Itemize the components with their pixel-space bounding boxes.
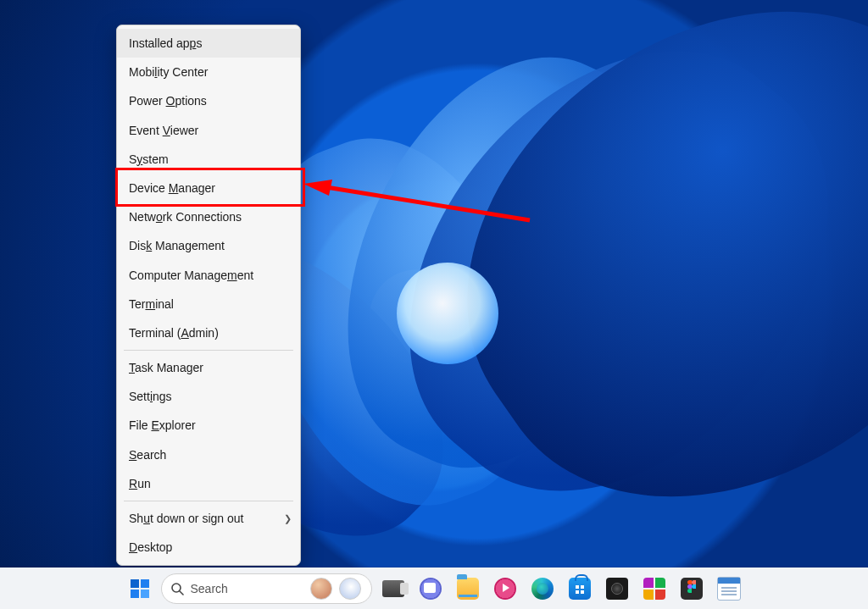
store-icon — [569, 578, 591, 600]
menu-item-task-manager[interactable]: Task Manager — [117, 353, 300, 382]
menu-separator — [124, 501, 293, 501]
edge-button[interactable] — [526, 573, 559, 605]
menu-item-network-connections[interactable]: Network Connections — [117, 202, 300, 231]
springboard-button[interactable] — [489, 573, 521, 605]
menu-item-disk-management[interactable]: Disk Management — [117, 231, 300, 260]
springboard-icon — [494, 578, 516, 600]
menu-separator — [124, 350, 293, 351]
menu-item-run[interactable]: Run — [117, 469, 300, 498]
menu-item-mobility-center[interactable]: Mobility Center — [117, 58, 300, 86]
menu-item-computer-management[interactable]: Computer Management — [117, 261, 300, 290]
teams-icon — [420, 578, 442, 600]
taskbar: Search — [0, 567, 868, 609]
start-button[interactable] — [124, 573, 156, 605]
chevron-right-icon: ❯ — [284, 504, 292, 533]
notepad-icon — [717, 577, 741, 601]
search-placeholder: Search — [191, 582, 228, 595]
svg-rect-5 — [141, 590, 149, 598]
teams-chat-button[interactable] — [415, 573, 447, 605]
menu-item-terminal-admin[interactable]: Terminal (Admin) — [117, 318, 300, 347]
camera-button[interactable] — [601, 573, 633, 605]
menu-item-installed-apps[interactable]: Installed apps — [117, 29, 300, 58]
windows-logo-icon — [130, 579, 150, 599]
svg-rect-2 — [131, 579, 139, 588]
store-button[interactable] — [564, 573, 596, 605]
winx-context-menu: Installed appsMobility CenterPower Optio… — [116, 25, 301, 566]
task-view-button[interactable] — [377, 573, 409, 605]
menu-item-search[interactable]: Search — [117, 440, 300, 469]
search-avatar-2 — [339, 578, 361, 600]
menu-item-system[interactable]: System — [117, 145, 300, 174]
notepad-button[interactable] — [713, 573, 745, 605]
menu-item-desktop[interactable]: Desktop — [117, 533, 300, 562]
search-icon — [170, 582, 184, 595]
figma-button[interactable] — [676, 573, 708, 605]
menu-item-power-options[interactable]: Power Options — [117, 86, 300, 115]
menu-item-terminal[interactable]: Terminal — [117, 290, 300, 318]
file-explorer-icon — [457, 578, 479, 600]
camera-icon — [606, 578, 628, 600]
edge-icon — [531, 578, 554, 600]
powertoys-icon — [643, 578, 665, 600]
task-view-icon — [382, 580, 404, 597]
powertoys-button[interactable] — [638, 573, 670, 605]
menu-item-event-viewer[interactable]: Event Viewer — [117, 116, 300, 145]
svg-rect-4 — [131, 590, 139, 598]
svg-rect-3 — [141, 579, 149, 588]
taskbar-search[interactable]: Search — [161, 573, 372, 604]
svg-line-7 — [180, 591, 183, 595]
menu-item-device-manager[interactable]: Device Manager — [117, 174, 300, 202]
menu-item-settings[interactable]: Settings — [117, 382, 300, 411]
menu-item-file-explorer[interactable]: File Explorer — [117, 411, 300, 440]
menu-item-shut-down-or-sign-out[interactable]: Shut down or sign out❯ — [117, 504, 300, 533]
file-explorer-button[interactable] — [452, 573, 484, 605]
search-avatar-1 — [310, 578, 332, 600]
figma-icon — [681, 578, 703, 600]
